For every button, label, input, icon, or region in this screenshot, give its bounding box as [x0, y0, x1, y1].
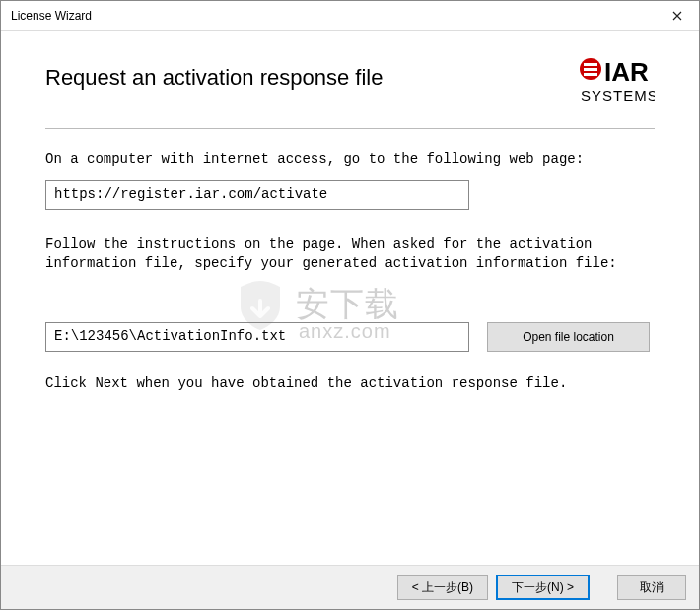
content-area: Request an activation response file IAR …	[1, 31, 699, 391]
titlebar: License Wizard	[1, 1, 699, 31]
svg-text:IAR: IAR	[604, 57, 649, 87]
window-title: License Wizard	[11, 9, 92, 23]
cancel-button[interactable]: 取消	[617, 575, 686, 600]
page-title: Request an activation response file	[45, 65, 383, 91]
svg-rect-1	[584, 63, 597, 66]
file-path-field[interactable]: E:\123456\ActivationInfo.txt	[45, 322, 469, 352]
open-file-location-button[interactable]: Open file location	[487, 322, 650, 352]
svg-text:SYSTEMS: SYSTEMS	[581, 87, 655, 103]
activation-url-field[interactable]: https://register.iar.com/activate	[45, 180, 469, 210]
instruction-web: On a computer with internet access, go t…	[45, 151, 655, 167]
back-button[interactable]: < 上一步(B)	[397, 575, 488, 600]
file-row: E:\123456\ActivationInfo.txt Open file l…	[45, 322, 655, 352]
svg-rect-3	[584, 73, 597, 76]
close-icon	[672, 8, 682, 24]
footer: < 上一步(B) 下一步(N) > 取消	[1, 565, 699, 609]
close-button[interactable]	[655, 1, 699, 31]
header-row: Request an activation response file IAR …	[45, 55, 655, 129]
iar-logo: IAR SYSTEMS	[576, 55, 655, 110]
next-button[interactable]: 下一步(N) >	[496, 575, 590, 600]
instruction-file: Follow the instructions on the page. Whe…	[45, 236, 655, 273]
svg-rect-2	[584, 68, 597, 71]
instruction-next: Click Next when you have obtained the ac…	[45, 375, 655, 391]
